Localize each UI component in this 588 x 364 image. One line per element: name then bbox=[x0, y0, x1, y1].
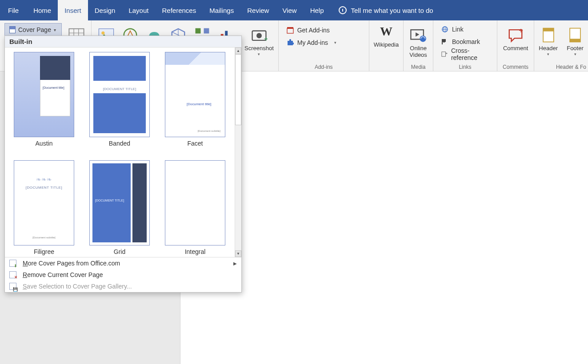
tab-mailings[interactable]: Mailings bbox=[203, 0, 240, 20]
group-label-links: Links bbox=[433, 64, 497, 70]
remove-cover-page-item[interactable]: Remove Current Cover Page bbox=[5, 269, 241, 281]
tab-file[interactable]: File bbox=[0, 0, 27, 20]
thumb-title-text: [Document title] bbox=[43, 86, 68, 89]
tab-view[interactable]: View bbox=[276, 0, 303, 20]
footer-label: Footer bbox=[567, 45, 584, 52]
cross-reference-button[interactable]: Cross-reference bbox=[438, 48, 493, 60]
group-label-comments: Comments bbox=[497, 64, 534, 70]
more-cover-pages-label: ore Cover Pages from Office.com bbox=[28, 260, 120, 267]
wikipedia-button[interactable]: W Wikipedia bbox=[369, 20, 404, 71]
grid-thumbnail: [DOCUMENT TITLE] bbox=[89, 160, 150, 245]
chevron-down-icon: ▾ bbox=[547, 52, 549, 56]
tab-design[interactable]: Design bbox=[88, 0, 122, 20]
comment-label: Comment bbox=[503, 45, 528, 52]
bookmark-button[interactable]: Bookmark bbox=[438, 36, 493, 48]
gallery-footer: More Cover Pages from Office.com ▶ Remov… bbox=[5, 257, 241, 292]
bookmark-icon bbox=[441, 38, 448, 45]
header-button[interactable]: Header ▾ bbox=[534, 20, 562, 64]
bookmark-label: Bookmark bbox=[452, 38, 480, 45]
facet-thumbnail: [Document title] [Document subtitle] bbox=[165, 52, 225, 137]
scroll-up-button[interactable]: ▲ bbox=[235, 47, 241, 54]
gallery-item-label: Facet bbox=[187, 140, 203, 147]
svg-rect-20 bbox=[287, 28, 293, 33]
tab-layout[interactable]: Layout bbox=[122, 0, 155, 20]
wikipedia-label: Wikipedia bbox=[374, 42, 399, 48]
link-icon bbox=[441, 26, 448, 33]
group-label-addins: Add-ins bbox=[279, 64, 369, 70]
submenu-arrow-icon: ▶ bbox=[233, 261, 237, 266]
svg-point-18 bbox=[256, 33, 262, 38]
header-icon bbox=[540, 27, 557, 44]
tab-help[interactable]: Help bbox=[304, 0, 331, 20]
svg-rect-35 bbox=[570, 39, 580, 42]
chevron-down-icon: ▾ bbox=[258, 52, 260, 56]
gallery-item-label: Filigree bbox=[34, 248, 54, 255]
thumb-subtitle-text: [Document subtitle] bbox=[198, 130, 220, 132]
cover-page-icon bbox=[9, 26, 16, 33]
thumb-title-text: [DOCUMENT TITLE] bbox=[14, 186, 74, 190]
thumb-title-text: [DOCUMENT TITLE] bbox=[90, 87, 149, 91]
gallery-section-header: Built-in bbox=[5, 36, 241, 47]
thumb-title-text: [Document title] bbox=[187, 102, 212, 106]
download-icon bbox=[9, 260, 16, 267]
screenshot-button[interactable]: + Screenshot ▾ bbox=[240, 20, 278, 71]
gallery-item-label: Austin bbox=[36, 140, 53, 147]
gallery-item-label: Grid bbox=[114, 248, 125, 255]
tab-review[interactable]: Review bbox=[240, 0, 276, 20]
gallery-item-filigree[interactable]: ❧❧❧ [DOCUMENT TITLE] [Document subtitle]… bbox=[13, 160, 75, 255]
link-label: Link bbox=[452, 26, 464, 33]
tab-home[interactable]: Home bbox=[27, 0, 58, 20]
thumb-subtitle-text: [Document subtitle] bbox=[14, 236, 74, 239]
gallery-item-banded[interactable]: [DOCUMENT TITLE] Banded bbox=[88, 52, 151, 147]
svg-point-6 bbox=[101, 32, 104, 35]
online-videos-button[interactable]: Online Videos bbox=[405, 20, 432, 60]
austin-thumbnail: [Document title] bbox=[14, 52, 74, 137]
link-button[interactable]: Link bbox=[438, 23, 493, 36]
my-addins-button[interactable]: My Add-ins ▾ bbox=[283, 36, 340, 49]
wikipedia-icon: W bbox=[380, 23, 392, 40]
gallery-item-austin[interactable]: [Document title] Austin bbox=[13, 52, 75, 147]
get-addins-button[interactable]: Get Add-ins bbox=[283, 24, 340, 36]
cover-page-button[interactable]: Cover Page ▾ bbox=[4, 23, 62, 36]
online-video-icon bbox=[410, 27, 427, 44]
tab-references[interactable]: References bbox=[155, 0, 203, 20]
comment-icon: + bbox=[507, 27, 524, 44]
save-icon bbox=[9, 283, 16, 290]
gallery-item-grid[interactable]: [DOCUMENT TITLE] Grid bbox=[88, 160, 151, 255]
ribbon-tab-bar: File Home Insert Design Layout Reference… bbox=[0, 0, 588, 20]
save-to-gallery-label: ave Selection to Cover Page Gallery... bbox=[27, 283, 132, 290]
screenshot-icon: + bbox=[251, 27, 268, 44]
svg-marker-23 bbox=[416, 32, 419, 37]
lightbulb-icon bbox=[339, 6, 347, 14]
gallery-item-facet[interactable]: [Document title] [Document subtitle] Fac… bbox=[164, 52, 226, 147]
scroll-down-button[interactable]: ▼ bbox=[235, 250, 241, 257]
svg-rect-21 bbox=[287, 27, 293, 29]
gallery-item-integral[interactable]: Integral bbox=[164, 160, 226, 255]
scroll-thumb[interactable] bbox=[235, 54, 241, 125]
remove-cover-page-label: emove Current Cover Page bbox=[27, 271, 103, 278]
more-cover-pages-item[interactable]: More Cover Pages from Office.com ▶ bbox=[5, 257, 241, 269]
svg-rect-30 bbox=[442, 52, 446, 56]
puzzle-icon bbox=[287, 39, 294, 46]
svg-rect-11 bbox=[196, 28, 201, 34]
group-label-headerfooter: Header & Fo bbox=[534, 64, 588, 70]
ornament-icon: ❧❧❧ bbox=[14, 176, 74, 183]
chevron-down-icon: ▾ bbox=[54, 28, 56, 32]
gallery-scrollbar[interactable]: ▲ ▼ bbox=[235, 47, 241, 257]
footer-icon bbox=[567, 27, 584, 44]
gallery-item-label: Banded bbox=[109, 140, 130, 147]
tell-me-search[interactable]: Tell me what you want to do bbox=[339, 0, 433, 20]
save-to-gallery-item: Save Selection to Cover Page Gallery... bbox=[5, 281, 241, 292]
group-label-media: Media bbox=[404, 64, 433, 70]
svg-rect-12 bbox=[204, 28, 209, 34]
thumb-title-text: [DOCUMENT TITLE] bbox=[95, 199, 124, 202]
tell-me-label: Tell me what you want to do bbox=[351, 7, 433, 14]
tab-insert[interactable]: Insert bbox=[58, 0, 88, 20]
cross-reference-icon bbox=[441, 51, 448, 58]
svg-text:+: + bbox=[519, 27, 523, 35]
integral-thumbnail bbox=[165, 160, 225, 245]
comment-button[interactable]: + Comment bbox=[499, 20, 532, 60]
footer-button[interactable]: Footer ▾ bbox=[562, 20, 588, 64]
svg-text:+: + bbox=[264, 35, 268, 43]
chevron-down-icon: ▾ bbox=[334, 40, 336, 45]
